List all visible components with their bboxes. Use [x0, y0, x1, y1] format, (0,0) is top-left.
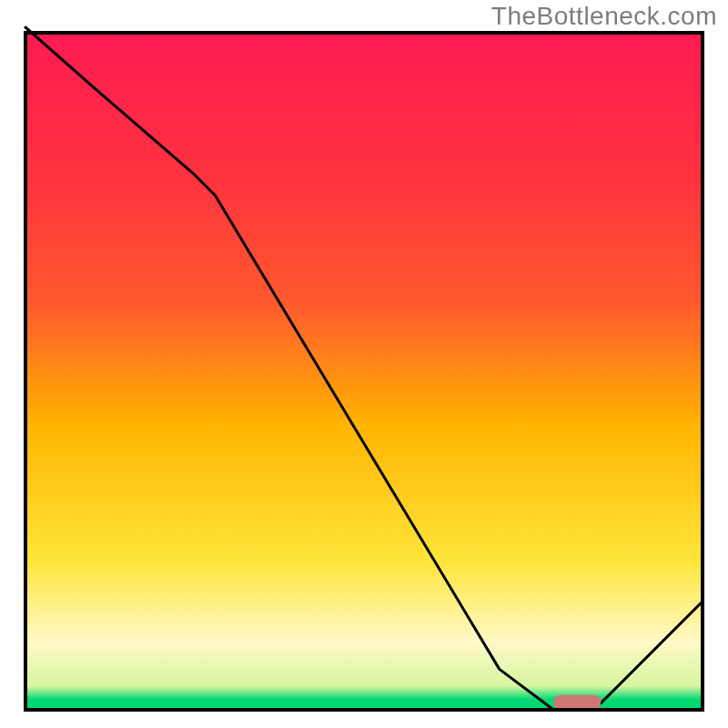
watermark-text: TheBottleneck.com: [491, 2, 717, 31]
plot-background: [25, 33, 703, 710]
chart-stage: TheBottleneck.com: [0, 0, 728, 728]
optimal-marker: [553, 695, 601, 710]
bottleneck-chart: [0, 0, 728, 728]
